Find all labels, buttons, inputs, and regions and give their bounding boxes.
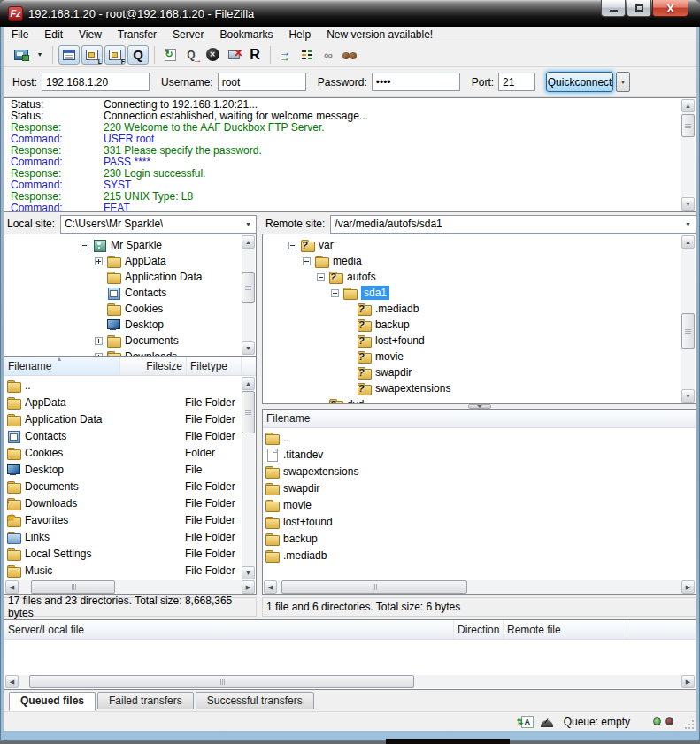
refresh-button[interactable] xyxy=(159,45,181,65)
tree-item[interactable]: Desktop xyxy=(4,317,241,333)
expand-icon[interactable] xyxy=(95,337,103,345)
synchronized-browsing-button[interactable] xyxy=(275,45,296,65)
local-tree-scrollbar[interactable]: ▲ ▼ xyxy=(242,235,255,355)
tree-item[interactable]: Contacts xyxy=(4,285,241,301)
toggle-message-log-button[interactable] xyxy=(58,45,80,65)
column-header-filesize[interactable]: Filesize xyxy=(120,357,187,375)
scroll-left-button[interactable]: ◀ xyxy=(5,580,19,594)
collapse-icon[interactable] xyxy=(81,242,88,249)
scroll-right-button[interactable]: ▶ xyxy=(681,675,695,688)
column-header-filename[interactable]: Filename xyxy=(263,410,696,427)
menu-edit[interactable]: Edit xyxy=(36,27,71,42)
toggle-remote-tree-button[interactable]: F xyxy=(104,45,126,65)
column-header-filetype[interactable]: Filetype xyxy=(187,357,242,375)
tree-item[interactable]: ?var xyxy=(263,237,681,253)
scrollbar-thumb[interactable] xyxy=(31,580,115,594)
file-row[interactable]: Local SettingsFile Folder xyxy=(4,545,241,562)
tree-item[interactable]: AppData xyxy=(4,253,241,269)
scroll-down-button[interactable]: ▼ xyxy=(681,197,695,211)
tree-item[interactable]: ?lost+found xyxy=(263,333,681,349)
remote-site-combobox[interactable]: /var/media/autofs/sda1 ▼ xyxy=(330,215,696,234)
remote-tree-scrollbar[interactable]: ▲ ▼ xyxy=(681,235,695,403)
process-queue-button[interactable]: Q xyxy=(181,45,202,65)
scrollbar-thumb[interactable] xyxy=(242,391,255,433)
toggle-queue-button[interactable]: Q xyxy=(127,45,149,65)
scrollbar-thumb[interactable] xyxy=(281,580,467,594)
minimize-button[interactable] xyxy=(601,0,626,17)
file-row[interactable]: DesktopFile xyxy=(4,461,241,478)
file-row[interactable]: AppDataFile Folder xyxy=(4,394,241,410)
expand-icon[interactable] xyxy=(95,257,103,265)
tab-successful-transfers[interactable]: Successful transfers xyxy=(196,692,314,709)
close-button[interactable]: X xyxy=(652,0,688,17)
file-row[interactable]: ↓DownloadsFile Folder xyxy=(4,495,241,511)
filter-button[interactable]: ∞ xyxy=(318,45,339,65)
tree-item[interactable]: ?swapdir xyxy=(263,364,681,380)
site-manager-dropdown[interactable]: ▾ xyxy=(32,45,48,65)
tree-item[interactable]: Application Data xyxy=(4,269,241,285)
file-row[interactable]: .. xyxy=(4,377,241,394)
disconnect-button[interactable] xyxy=(223,45,244,65)
file-row[interactable]: CookiesFolder xyxy=(4,444,241,461)
tree-item[interactable]: media xyxy=(263,253,681,269)
menu-file[interactable]: File xyxy=(4,27,36,42)
file-row[interactable]: movie xyxy=(263,496,695,513)
chevron-down-icon[interactable]: ▼ xyxy=(241,216,256,233)
scroll-right-button[interactable]: ▶ xyxy=(242,580,255,594)
queue-hscrollbar[interactable]: ◀ ▶ xyxy=(5,675,695,688)
file-row[interactable]: ★FavoritesFile Folder xyxy=(4,511,241,528)
transfer-type-icon[interactable]: A xyxy=(521,716,534,728)
local-site-combobox[interactable]: C:\Users\Mr Sparkle\ ▼ xyxy=(60,215,257,234)
maximize-button[interactable] xyxy=(627,0,651,17)
scroll-up-button[interactable]: ▲ xyxy=(681,235,695,249)
scrollbar-thumb[interactable] xyxy=(242,272,255,303)
menu-help[interactable]: Help xyxy=(281,27,319,42)
port-input[interactable] xyxy=(498,73,535,91)
column-header-filename[interactable]: ▲Filename xyxy=(4,357,120,375)
menu-new-version[interactable]: New version available! xyxy=(319,27,441,42)
collapse-icon[interactable] xyxy=(331,289,339,297)
file-row[interactable]: Application DataFile Folder xyxy=(4,410,241,427)
quickconnect-button[interactable]: Quickconnect xyxy=(546,72,613,92)
tree-item[interactable]: ?swapextensions xyxy=(263,380,681,396)
toggle-local-tree-button[interactable]: L xyxy=(81,45,103,65)
tree-item[interactable]: ↓Downloads xyxy=(4,349,241,357)
speed-limits-icon[interactable] xyxy=(541,720,553,727)
file-row[interactable]: swapextensions xyxy=(263,463,695,479)
menu-bookmarks[interactable]: Bookmarks xyxy=(212,27,281,42)
file-row[interactable]: .titandev xyxy=(263,446,695,463)
scroll-up-button[interactable]: ▲ xyxy=(681,99,695,112)
file-row[interactable]: LinksFile Folder xyxy=(4,528,241,545)
host-input[interactable] xyxy=(42,73,150,91)
tree-item[interactable]: Documents xyxy=(4,333,241,349)
title-bar[interactable]: Fz 192.168.1.20 - root@192.168.1.20 - Fi… xyxy=(0,0,700,27)
scroll-left-button[interactable]: ◀ xyxy=(5,675,19,688)
resize-grip[interactable] xyxy=(682,717,695,730)
menu-server[interactable]: Server xyxy=(165,27,212,42)
password-input[interactable] xyxy=(372,73,460,91)
file-row[interactable]: ContactsFile Folder xyxy=(4,427,241,444)
file-row[interactable]: backup xyxy=(263,530,695,547)
local-list-hscrollbar[interactable]: ◀ ▶ xyxy=(5,580,255,594)
scroll-right-button[interactable]: ▶ xyxy=(681,580,695,594)
scrollbar-thumb[interactable] xyxy=(681,313,695,349)
scrollbar-thumb[interactable] xyxy=(681,114,695,137)
remote-list-hscrollbar[interactable]: ◀ ▶ xyxy=(264,580,695,594)
column-header-server-local-file[interactable]: Server/Local file xyxy=(4,620,454,639)
username-input[interactable] xyxy=(218,73,306,91)
scroll-down-button[interactable]: ▼ xyxy=(242,341,255,355)
scroll-left-button[interactable]: ◀ xyxy=(264,580,277,594)
local-list-scrollbar[interactable]: ▲ ▼ xyxy=(242,377,255,579)
scroll-down-button[interactable]: ▼ xyxy=(242,566,255,579)
tree-item[interactable]: ?movie xyxy=(263,349,681,364)
menu-view[interactable]: View xyxy=(71,27,110,42)
collapse-icon[interactable] xyxy=(303,257,311,265)
tree-item[interactable]: Mr Sparkle xyxy=(4,237,241,253)
directory-comparison-button[interactable] xyxy=(296,45,318,65)
column-header-remote-file[interactable]: Remote file xyxy=(504,620,627,639)
search-button[interactable] xyxy=(339,45,360,65)
tree-item[interactable]: ?autofs xyxy=(263,269,681,285)
file-row[interactable]: .mediadb xyxy=(263,547,695,564)
scrollbar-thumb[interactable] xyxy=(29,675,414,688)
file-row[interactable]: swapdir xyxy=(263,479,695,496)
